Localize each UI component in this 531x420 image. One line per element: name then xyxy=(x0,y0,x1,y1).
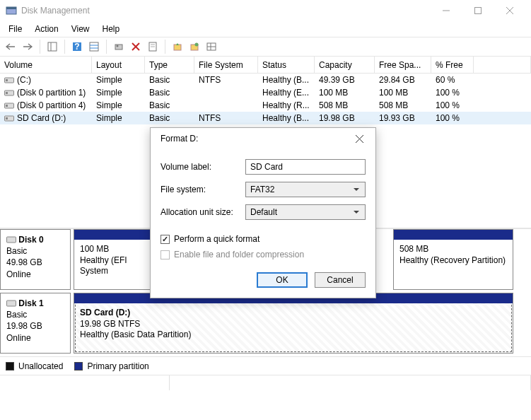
filesystem-select[interactable]: FAT32 xyxy=(245,182,366,197)
cell-layout: Simple xyxy=(92,100,145,110)
dialog-close-button[interactable] xyxy=(349,130,370,147)
cell-type: Basic xyxy=(145,113,194,123)
table-row[interactable]: (Disk 0 partition 1)SimpleBasicHealthy (… xyxy=(0,86,531,99)
col-volume[interactable]: Volume xyxy=(0,57,92,73)
compression-label: Enable file and folder compression xyxy=(174,250,304,259)
settings-icon[interactable] xyxy=(86,39,102,54)
col-end xyxy=(474,57,531,73)
label-allocation-unit: Allocation unit size: xyxy=(161,207,245,217)
col-pctfree[interactable]: % Free xyxy=(431,57,474,73)
cell-pctfree: 60 % xyxy=(431,75,474,85)
col-freespace[interactable]: Free Spa... xyxy=(375,57,431,73)
show-hide-button[interactable] xyxy=(45,39,60,54)
cancel-button[interactable]: Cancel xyxy=(315,272,366,288)
partition-line2: Healthy (Recovery Partition) xyxy=(399,255,506,265)
partition-line2: Healthy (EFI System xyxy=(80,255,127,276)
partition[interactable]: 508 MBHealthy (Recovery Partition) xyxy=(393,229,513,290)
cell-fs: NTFS xyxy=(194,75,258,85)
col-capacity[interactable]: Capacity xyxy=(315,57,375,73)
cell-status: Healthy (E... xyxy=(258,88,315,98)
label-filesystem: File system: xyxy=(161,185,245,194)
cell-volume: (Disk 0 partition 1) xyxy=(17,88,86,98)
quick-format-row[interactable]: Perform a quick format xyxy=(161,231,366,247)
cell-volume: (C:) xyxy=(17,75,31,85)
svg-rect-27 xyxy=(6,79,8,81)
properties-icon[interactable] xyxy=(145,39,161,54)
swatch-primary-icon xyxy=(74,362,83,371)
format-dialog: Format D: Volume label: File system: FAT… xyxy=(150,127,376,298)
cell-status: Healthy (B... xyxy=(258,75,315,85)
col-status[interactable]: Status xyxy=(258,57,315,73)
forward-button[interactable] xyxy=(20,39,35,54)
cell-layout: Simple xyxy=(92,75,145,85)
refresh-icon[interactable] xyxy=(111,39,127,54)
back-button[interactable] xyxy=(3,39,18,54)
svg-point-22 xyxy=(195,43,199,47)
col-filesystem[interactable]: File System xyxy=(194,57,258,73)
legend-unallocated: Unallocated xyxy=(6,361,63,371)
cell-pctfree: 100 % xyxy=(431,88,474,98)
partition[interactable]: 100 MBHealthy (EFI System xyxy=(74,229,151,290)
volume-table-header: Volume Layout Type File System Status Ca… xyxy=(0,57,531,74)
cell-type: Basic xyxy=(145,100,194,110)
toolbar: ? xyxy=(0,37,531,57)
partition[interactable]: SD Card (D:)19.98 GB NTFSHealthy (Basic … xyxy=(74,293,513,354)
cell-free: 508 MB xyxy=(375,100,431,110)
label-volume-label: Volume label: xyxy=(161,162,245,172)
svg-rect-33 xyxy=(6,117,8,119)
cell-type: Basic xyxy=(145,88,194,98)
table-row[interactable]: (Disk 0 partition 4)SimpleBasicHealthy (… xyxy=(0,99,531,112)
action2-icon[interactable] xyxy=(187,39,202,54)
maximize-button[interactable] xyxy=(462,1,494,21)
dialog-title: Format D: xyxy=(161,134,349,144)
menu-help[interactable]: Help xyxy=(97,23,126,35)
cell-status: Healthy (R... xyxy=(258,100,315,110)
cell-capacity: 49.39 GB xyxy=(315,75,375,85)
ok-button[interactable]: OK xyxy=(257,272,308,288)
cell-status: Healthy (B... xyxy=(258,113,315,123)
svg-text:?: ? xyxy=(74,42,79,52)
delete-icon[interactable] xyxy=(128,39,144,54)
close-button[interactable] xyxy=(494,1,525,21)
window-title: Disk Management xyxy=(21,6,90,16)
partition-title: SD Card (D:) xyxy=(80,308,130,317)
compression-row: Enable file and folder compression xyxy=(161,247,366,262)
disk-label[interactable]: Disk 1Basic19.98 GBOnline xyxy=(0,293,71,354)
svg-rect-1 xyxy=(6,7,16,9)
statusbar xyxy=(0,375,531,390)
col-layout[interactable]: Layout xyxy=(92,57,145,73)
svg-rect-35 xyxy=(7,301,16,306)
cell-layout: Simple xyxy=(92,113,145,123)
cell-capacity: 508 MB xyxy=(315,100,375,110)
svg-rect-29 xyxy=(6,92,8,94)
partition-line1: 100 MB xyxy=(80,244,109,254)
svg-rect-20 xyxy=(174,45,181,50)
help-icon[interactable]: ? xyxy=(69,39,85,54)
cell-volume: SD Card (D:) xyxy=(17,113,66,123)
menu-view[interactable]: View xyxy=(66,23,95,35)
cell-pctfree: 100 % xyxy=(431,100,474,110)
volume-label-input[interactable] xyxy=(245,159,366,175)
cell-free: 19.93 GB xyxy=(375,113,431,123)
disk-label[interactable]: Disk 0Basic49.98 GBOnline xyxy=(0,229,71,290)
allocation-unit-select[interactable]: Default xyxy=(245,204,366,220)
legend: Unallocated Primary partition xyxy=(0,356,531,375)
svg-point-14 xyxy=(117,45,119,47)
svg-rect-13 xyxy=(115,45,122,49)
menu-file[interactable]: File xyxy=(3,23,28,35)
action3-icon[interactable] xyxy=(204,39,219,54)
cell-capacity: 100 MB xyxy=(315,88,375,98)
minimize-button[interactable] xyxy=(430,1,462,21)
action1-icon[interactable] xyxy=(170,39,185,54)
table-row[interactable]: (C:)SimpleBasicNTFSHealthy (B...49.39 GB… xyxy=(0,74,531,86)
partition-line2: Healthy (Basic Data Partition) xyxy=(80,329,191,339)
menu-action[interactable]: Action xyxy=(29,23,64,35)
cell-capacity: 19.98 GB xyxy=(315,113,375,123)
col-type[interactable]: Type xyxy=(145,57,194,73)
svg-rect-6 xyxy=(48,42,57,51)
table-row[interactable]: SD Card (D:)SimpleBasicNTFSHealthy (B...… xyxy=(0,112,531,124)
menubar: File Action View Help xyxy=(0,21,531,37)
swatch-unallocated-icon xyxy=(6,362,14,371)
quick-format-checkbox[interactable] xyxy=(161,235,170,244)
svg-rect-31 xyxy=(6,105,8,107)
